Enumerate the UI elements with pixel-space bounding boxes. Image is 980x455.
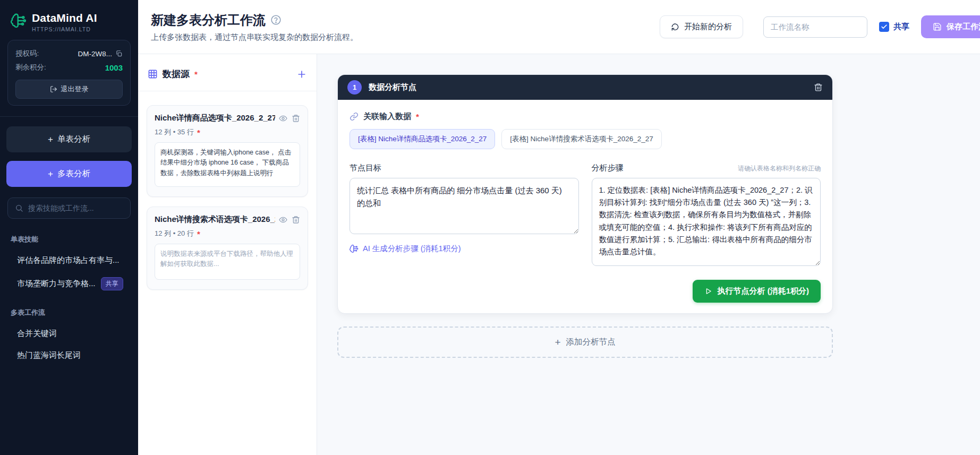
ai-generate-steps-label: AI 生成分析步骤 (消耗1积分) [363, 244, 461, 254]
delete-node-trash-icon[interactable] [814, 83, 823, 92]
brand: DataMind AI HTTPS://IAMAI.LTD [6, 10, 132, 40]
sidebar-search[interactable] [7, 198, 131, 219]
run-node-analysis-button[interactable]: 执行节点分析 (消耗1积分) [693, 280, 821, 303]
topbar: 新建多表分析工作流 上传多张数据表，通过节点串联实现复杂的数据分析流程。 开始新… [138, 0, 980, 54]
help-icon[interactable] [270, 14, 282, 25]
datasource-card-search-terms: Niche详情搜索术语选项卡_2026_2_27 12 列 • 20 行 [147, 207, 308, 290]
analysis-node-card: 1 数据分析节点 关联输入数据 * [337, 74, 833, 314]
app-root: DataMind AI HTTPS://IAMAI.LTD 授权码: DM-2W… [0, 0, 980, 455]
steps-hint: 请确认表格名称和列名称正确 [738, 164, 821, 173]
eye-icon[interactable] [279, 114, 287, 123]
required-asterisk: * [197, 128, 200, 137]
linked-inputs-label: 关联输入数据 [363, 111, 411, 122]
share-label: 共享 [893, 22, 909, 32]
datasource-card-products: Niche详情商品选项卡_2026_2_27 12 列 • 35 行 [147, 105, 308, 197]
section-title-single-skills: 单表技能 [6, 233, 132, 250]
datasource-name: Niche详情商品选项卡_2026_2_27 [155, 113, 275, 123]
save-icon [933, 22, 942, 31]
credits-label: 剩余积分: [15, 63, 46, 72]
sidebar-item-workflow-longtail[interactable]: 热门蓝海词长尾词 [6, 345, 132, 366]
sidebar-divider [0, 116, 138, 117]
sidebar-item-workflow-merge-keywords[interactable]: 合并关键词 [6, 323, 132, 345]
single-table-analysis-label: 单表分析 [57, 134, 90, 145]
add-analysis-node-label: 添加分析节点 [566, 337, 616, 348]
analysis-steps-input[interactable]: 1. 定位数据表: [表格] Niche详情商品选项卡_2026_2_27；2.… [592, 178, 821, 266]
start-new-analysis-button[interactable]: 开始新的分析 [660, 15, 743, 38]
workflow-canvas: 1 数据分析节点 关联输入数据 * [317, 54, 980, 455]
single-table-analysis-button[interactable]: + 单表分析 [6, 126, 132, 152]
brand-name: DataMind AI [32, 12, 97, 24]
steps-column: 分析步骤 请确认表格名称和列名称正确 1. 定位数据表: [表格] Niche详… [592, 163, 821, 266]
eye-icon[interactable] [279, 216, 287, 224]
required-asterisk: * [416, 112, 419, 121]
search-icon [15, 204, 23, 212]
input-chip-search-terms[interactable]: [表格] Niche详情搜索术语选项卡_2026_2_27 [501, 129, 661, 149]
node-index-badge: 1 [347, 80, 362, 95]
run-node-analysis-label: 执行节点分析 (消耗1积分) [718, 286, 809, 296]
trash-icon[interactable] [292, 216, 300, 224]
save-workflow-label: 保存工作流 [947, 22, 980, 32]
required-asterisk: * [194, 70, 198, 79]
trash-icon[interactable] [292, 114, 300, 123]
sidebar: DataMind AI HTTPS://IAMAI.LTD 授权码: DM-2W… [0, 0, 138, 455]
datasource-panel: 数据源 * Niche详情商品选项卡_2026_2_27 [138, 54, 317, 455]
multi-table-analysis-label: 多表分析 [57, 168, 90, 179]
copy-icon[interactable] [115, 50, 123, 57]
add-datasource-button[interactable] [296, 69, 307, 80]
workflow-name-input[interactable] [763, 16, 867, 38]
shared-badge: 共享 [101, 277, 123, 290]
share-toggle[interactable]: 共享 [879, 22, 909, 32]
play-icon [704, 287, 712, 295]
datasource-meta: 12 列 • 35 行 [155, 127, 194, 137]
node-title: 数据分析节点 [369, 82, 416, 92]
license-label: 授权码: [15, 49, 39, 58]
input-chip-products-selected[interactable]: [表格] Niche详情商品选项卡_2026_2_27 [350, 129, 495, 149]
table-grid-icon [148, 69, 158, 79]
account-card: 授权码: DM-2W8... 剩余积分: 1003 退出登录 [7, 40, 131, 106]
share-checkbox-checked-icon[interactable] [879, 22, 889, 32]
datasource-description-input[interactable]: 商机探测器，关键词输入iphone case， 点击结果中细分市场 iphone… [155, 142, 300, 187]
required-asterisk: * [197, 229, 200, 238]
page-subtitle: 上传多张数据表，通过节点串联实现复杂的数据分析流程。 [151, 32, 358, 42]
sidebar-item-skill-monopoly[interactable]: 市场垄断力与竞争格... 共享 [6, 271, 132, 296]
multi-table-analysis-button[interactable]: + 多表分析 [6, 161, 132, 187]
license-value: DM-2W8... [78, 50, 112, 58]
save-workflow-button[interactable]: 保存工作流 [921, 15, 980, 38]
main-area: 新建多表分析工作流 上传多张数据表，通过节点串联实现复杂的数据分析流程。 开始新… [138, 0, 980, 455]
page-title: 新建多表分析工作流 [151, 12, 266, 29]
add-analysis-node-button[interactable]: + 添加分析节点 [337, 327, 833, 358]
datasource-name: Niche详情搜索术语选项卡_2026_2_27 [155, 214, 275, 225]
datasource-meta: 12 列 • 20 行 [155, 229, 194, 238]
logout-label: 退出登录 [61, 84, 89, 94]
brand-url: HTTPS://IAMAI.LTD [32, 26, 97, 32]
link-icon [350, 112, 359, 121]
datasource-description-input[interactable] [155, 244, 300, 280]
content: 数据源 * Niche详情商品选项卡_2026_2_27 [138, 54, 980, 455]
goal-column: 节点目标 统计汇总 表格中所有商品的 细分市场点击量 (过去 360 天) 的总… [350, 163, 579, 266]
node-goal-input[interactable]: 统计汇总 表格中所有商品的 细分市场点击量 (过去 360 天) 的总和 [350, 178, 579, 234]
search-input[interactable] [28, 204, 123, 212]
plus-icon: + [48, 169, 53, 178]
sidebar-item-skill-market-share[interactable]: 评估各品牌的市场占有率与... [6, 250, 132, 271]
node-header: 1 数据分析节点 [338, 75, 832, 100]
logout-button[interactable]: 退出登录 [15, 80, 123, 99]
ai-brain-icon [350, 244, 359, 253]
divider [138, 91, 317, 91]
start-new-analysis-label: 开始新的分析 [684, 22, 732, 32]
brain-circuit-logo-icon [11, 13, 27, 29]
credits-value: 1003 [105, 63, 123, 72]
ai-generate-steps-button[interactable]: AI 生成分析步骤 (消耗1积分) [350, 244, 579, 254]
restart-icon [671, 23, 679, 31]
logout-icon [50, 85, 57, 93]
goal-label: 节点目标 [350, 163, 381, 173]
plus-icon: + [555, 337, 560, 347]
plus-icon: + [48, 135, 53, 144]
steps-label: 分析步骤 [592, 163, 624, 173]
section-title-multi-workflows: 多表工作流 [6, 306, 132, 323]
datasource-title: 数据源 [163, 68, 190, 80]
